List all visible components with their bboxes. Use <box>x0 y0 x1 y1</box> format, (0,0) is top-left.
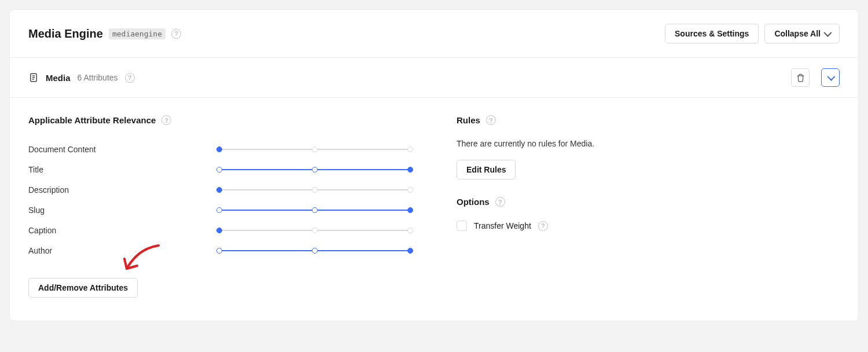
header-actions: Sources & Settings Collapse All <box>665 24 840 43</box>
slider-stop <box>216 167 222 173</box>
title-wrap: Media Engine mediaengine ? <box>28 27 181 41</box>
transfer-weight-row: Transfer Weight ? <box>457 221 840 231</box>
relevance-slider[interactable] <box>219 207 410 213</box>
section-body: Applicable Attribute Relevance ? Documen… <box>10 98 858 321</box>
rules-empty-text: There are currently no rules for Media. <box>457 139 840 148</box>
attribute-label: Caption <box>28 226 219 235</box>
help-icon[interactable]: ? <box>495 197 505 207</box>
section-title: Media <box>46 73 71 83</box>
slider-stop <box>216 187 222 193</box>
slider-stop <box>407 146 413 152</box>
transfer-weight-checkbox[interactable] <box>457 221 467 231</box>
slider-stop <box>407 248 413 254</box>
relevance-slider[interactable] <box>219 167 410 173</box>
chevron-down-icon <box>827 73 835 81</box>
attribute-label: Slug <box>28 206 219 215</box>
options-block: Options ? Transfer Weight ? <box>457 197 840 231</box>
options-heading: Options ? <box>457 197 840 207</box>
attribute-list: Document ContentTitleDescriptionSlugCapt… <box>28 139 410 261</box>
slider-stop <box>407 187 413 193</box>
slider-stop <box>312 207 318 213</box>
attribute-label: Document Content <box>28 145 219 154</box>
help-icon[interactable]: ? <box>125 73 135 83</box>
slider-stop <box>312 187 318 193</box>
attribute-row: Author <box>28 240 410 261</box>
slider-stop <box>312 248 318 254</box>
attribute-row: Title <box>28 159 410 179</box>
relevance-column: Applicable Attribute Relevance ? Documen… <box>28 115 410 298</box>
delete-section-button[interactable] <box>791 68 810 87</box>
attribute-label: Author <box>28 246 219 255</box>
slider-stop <box>407 228 413 233</box>
trash-icon <box>796 74 805 82</box>
attribute-label: Title <box>28 165 219 174</box>
engine-panel: Media Engine mediaengine ? Sources & Set… <box>9 9 859 321</box>
attribute-row: Slug <box>28 200 410 220</box>
attribute-label: Description <box>28 185 219 195</box>
transfer-weight-label: Transfer Weight <box>474 221 531 230</box>
toggle-section-button[interactable] <box>821 68 840 87</box>
chevron-down-icon <box>823 29 832 37</box>
slider-stop <box>312 228 318 233</box>
document-icon <box>28 72 39 83</box>
attribute-row: Caption <box>28 220 410 240</box>
help-icon[interactable]: ? <box>538 221 548 231</box>
slider-stop <box>216 207 222 213</box>
section-header: Media 6 Attributes ? <box>10 58 858 98</box>
slider-stop <box>216 228 222 233</box>
attribute-row: Document Content <box>28 139 410 159</box>
sources-settings-button[interactable]: Sources & Settings <box>665 24 759 43</box>
help-icon[interactable]: ? <box>171 29 181 39</box>
relevance-slider[interactable] <box>219 248 410 254</box>
rules-heading: Rules ? <box>457 115 840 125</box>
help-icon[interactable]: ? <box>161 115 171 125</box>
engine-title: Media Engine <box>28 27 103 41</box>
collapse-all-button[interactable]: Collapse All <box>764 24 840 43</box>
slider-stop <box>216 146 222 152</box>
relevance-slider[interactable] <box>219 228 410 233</box>
add-remove-attributes-button[interactable]: Add/Remove Attributes <box>28 278 138 298</box>
panel-header: Media Engine mediaengine ? Sources & Set… <box>10 10 858 58</box>
collapse-all-label: Collapse All <box>774 29 821 38</box>
help-icon[interactable]: ? <box>486 115 496 125</box>
relevance-slider[interactable] <box>219 187 410 193</box>
engine-slug: mediaengine <box>109 28 165 39</box>
rules-column: Rules ? There are currently no rules for… <box>457 115 840 298</box>
edit-rules-button[interactable]: Edit Rules <box>457 160 516 179</box>
section-meta: 6 Attributes <box>78 73 118 82</box>
relevance-heading: Applicable Attribute Relevance ? <box>28 115 410 125</box>
relevance-slider[interactable] <box>219 146 410 152</box>
slider-stop <box>407 167 413 173</box>
slider-stop <box>407 207 413 213</box>
slider-stop <box>312 167 318 173</box>
slider-stop <box>216 248 222 254</box>
attribute-row: Description <box>28 179 410 200</box>
slider-stop <box>312 146 318 152</box>
